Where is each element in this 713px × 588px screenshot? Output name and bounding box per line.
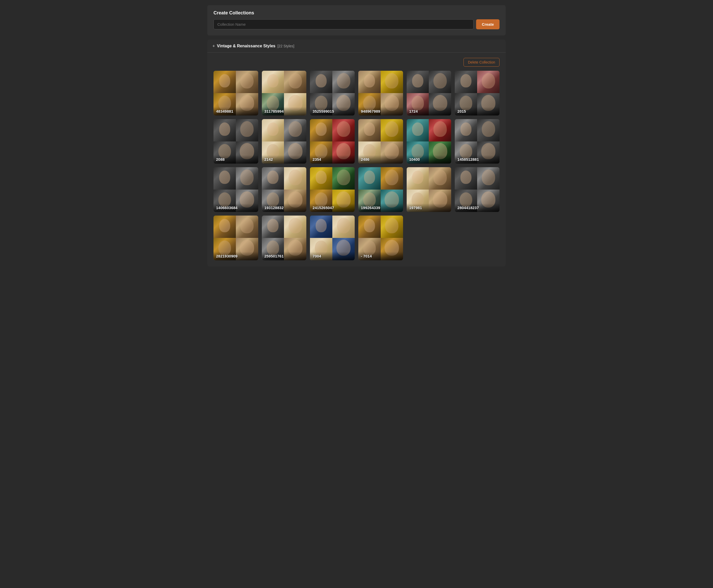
style-card[interactable]: 2821930909	[213, 215, 258, 260]
portrait-image	[310, 215, 332, 238]
style-card[interactable]: - 7014	[358, 215, 403, 260]
style-id-label: - 7014	[358, 252, 403, 260]
style-id-label: 2015	[455, 107, 500, 115]
style-card[interactable]: 3525599015	[310, 71, 355, 115]
delete-collection-button[interactable]: Delete Collection	[463, 58, 500, 67]
portrait-image	[381, 215, 403, 238]
portrait-image	[262, 215, 284, 238]
style-id-label: 311785994	[262, 107, 307, 115]
create-row: Create	[213, 19, 500, 29]
style-id-label: 48349881	[213, 107, 258, 115]
style-card[interactable]: 2015	[455, 71, 500, 115]
style-id-label: 2821930909	[213, 252, 258, 260]
portrait-image	[262, 119, 284, 142]
portrait-image	[381, 119, 403, 142]
style-id-label: 199264339	[358, 204, 403, 212]
portrait-image	[407, 119, 429, 142]
create-collections-title: Create Collections	[213, 10, 500, 16]
portrait-image	[284, 71, 306, 93]
style-card[interactable]: 2486	[358, 119, 403, 164]
portrait-image	[477, 71, 500, 93]
style-card[interactable]: 197981	[407, 167, 452, 212]
style-card[interactable]: 2804418237	[455, 167, 500, 212]
portrait-image	[236, 119, 258, 142]
style-card[interactable]: 48349881	[213, 71, 258, 115]
portrait-image	[332, 167, 355, 190]
collection-actions: Delete Collection	[213, 58, 500, 67]
collection-name-input[interactable]	[213, 19, 474, 29]
portrait-image	[381, 167, 403, 190]
portrait-image	[455, 71, 477, 93]
portrait-image	[284, 119, 306, 142]
style-id-label: 7004	[310, 252, 355, 260]
portrait-image	[236, 167, 258, 190]
portrait-image	[236, 71, 258, 93]
portrait-image	[358, 71, 381, 93]
style-id-label: 10400	[407, 155, 452, 164]
style-id-label: 197981	[407, 204, 452, 212]
portrait-image	[429, 167, 451, 190]
style-card[interactable]: 199264339	[358, 167, 403, 212]
style-id-label: 3525599015	[310, 107, 355, 115]
style-id-label: 2415265047	[310, 204, 355, 212]
portrait-image	[429, 71, 451, 93]
portrait-image	[236, 215, 258, 238]
collection-section: + Vintage & Renaissance Styles [22 Style…	[207, 40, 506, 267]
style-id-label: 1724	[407, 107, 452, 115]
create-button[interactable]: Create	[476, 19, 500, 29]
style-card[interactable]: 2415265047	[310, 167, 355, 212]
style-card[interactable]: 2354	[310, 119, 355, 164]
style-card[interactable]: 1458512881	[455, 119, 500, 164]
style-id-label: 2804418237	[455, 204, 500, 212]
portrait-image	[332, 215, 355, 238]
style-card[interactable]: 7004	[310, 215, 355, 260]
portrait-image	[284, 167, 306, 190]
portrait-image	[310, 167, 332, 190]
style-id-label: 948967989	[358, 107, 403, 115]
style-card[interactable]: 2088	[213, 119, 258, 164]
style-card[interactable]: 1406603684	[213, 167, 258, 212]
create-collections-section: Create Collections Create	[207, 5, 506, 36]
portrait-image	[284, 215, 306, 238]
portrait-image	[477, 167, 500, 190]
style-id-label: 1458512881	[455, 155, 500, 164]
style-card[interactable]: 193128832	[262, 167, 307, 212]
collection-header[interactable]: + Vintage & Renaissance Styles [22 Style…	[207, 40, 506, 53]
page-wrapper: Create Collections Create + Vintage & Re…	[207, 5, 506, 267]
style-id-label: 2088	[213, 155, 258, 164]
style-card[interactable]: 259501761	[262, 215, 307, 260]
style-id-label: 2142	[262, 155, 307, 164]
portrait-image	[213, 71, 236, 93]
portrait-image	[213, 167, 236, 190]
portrait-image	[381, 71, 403, 93]
style-id-label: 193128832	[262, 204, 307, 212]
portrait-image	[262, 71, 284, 93]
portrait-image	[310, 119, 332, 142]
portrait-image	[455, 119, 477, 142]
portrait-image	[429, 119, 451, 142]
portrait-image	[332, 71, 355, 93]
portrait-image	[358, 167, 381, 190]
style-id-label: 2486	[358, 155, 403, 164]
collection-name: Vintage & Renaissance Styles	[217, 44, 275, 48]
portrait-image	[213, 119, 236, 142]
styles-grid: 4834988131178599435255990159489679891724…	[213, 71, 500, 260]
style-card[interactable]: 1724	[407, 71, 452, 115]
portrait-image	[262, 167, 284, 190]
portrait-image	[310, 71, 332, 93]
style-card[interactable]: 311785994	[262, 71, 307, 115]
style-card[interactable]: 948967989	[358, 71, 403, 115]
style-card[interactable]: 10400	[407, 119, 452, 164]
portrait-image	[332, 119, 355, 142]
portrait-image	[477, 119, 500, 142]
style-id-label: 1406603684	[213, 204, 258, 212]
collection-content: Delete Collection 4834988131178599435255…	[207, 53, 506, 267]
portrait-image	[213, 215, 236, 238]
portrait-image	[407, 71, 429, 93]
portrait-image	[358, 215, 381, 238]
style-id-label: 2354	[310, 155, 355, 164]
collection-toggle-icon: +	[212, 44, 215, 48]
collection-count: [22 Styles]	[277, 44, 294, 48]
style-card[interactable]: 2142	[262, 119, 307, 164]
portrait-image	[407, 167, 429, 190]
